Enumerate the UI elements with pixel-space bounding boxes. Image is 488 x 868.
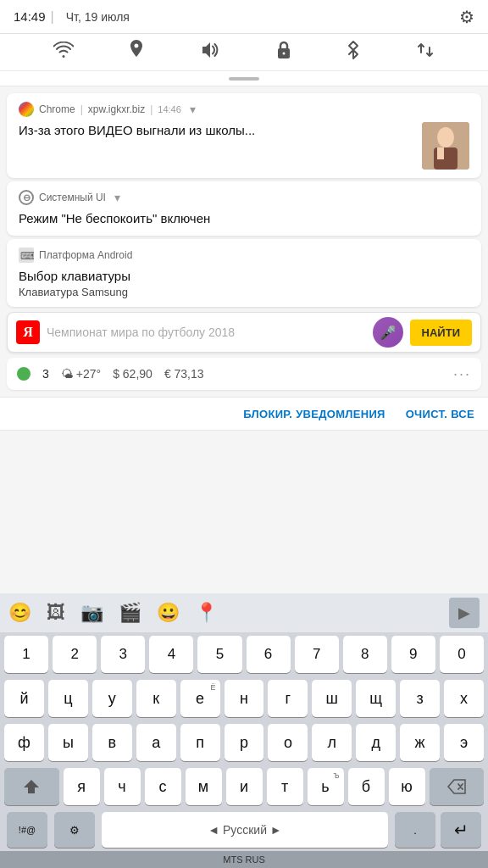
- key-й[interactable]: й: [4, 680, 44, 717]
- block-notifications-button[interactable]: БЛОКИР. УВЕДОМЛЕНИЯ: [243, 408, 385, 420]
- key-щ[interactable]: щ: [356, 680, 396, 717]
- key-0[interactable]: 0: [440, 636, 484, 673]
- clear-all-button[interactable]: ОЧИСТ. ВСЕ: [406, 408, 474, 420]
- key-д[interactable]: д: [356, 724, 396, 761]
- key-г[interactable]: г: [268, 680, 308, 717]
- keyboard-bottom-row: !#@ ⚙ ◄ Русский ► . ↵: [0, 809, 488, 851]
- emoji-toolbar-icon[interactable]: 😊: [8, 602, 31, 624]
- expand-icon[interactable]: ▾: [190, 103, 196, 116]
- key-ы[interactable]: ы: [48, 724, 88, 761]
- notification-android-platform[interactable]: ⌨ Платформа Android Выбор клавиатуры Кла…: [7, 239, 481, 308]
- wifi-icon[interactable]: [53, 42, 74, 63]
- key-н[interactable]: н: [225, 680, 264, 717]
- chrome-app-icon: [19, 102, 34, 117]
- drag-handle[interactable]: [0, 71, 488, 86]
- system-ui-icon: ⊖: [19, 190, 34, 205]
- key-ш[interactable]: ш: [312, 680, 352, 717]
- data-arrows-icon[interactable]: [416, 41, 435, 64]
- key-и[interactable]: и: [226, 768, 263, 805]
- expand-icon-system[interactable]: ▾: [114, 191, 120, 204]
- carrier-bar: MTS RUS: [0, 851, 488, 868]
- yandex-mic-button[interactable]: 🎤: [373, 317, 403, 348]
- yandex-search-bar[interactable]: Я Чемпионат мира по футболу 2018 🎤 НАЙТИ: [7, 312, 481, 353]
- key-е[interactable]: еЁ: [180, 680, 220, 717]
- notif-subtitle-android: Клавиатура Samsung: [19, 286, 469, 298]
- svg-rect-5: [437, 147, 444, 159]
- key-х[interactable]: х: [444, 680, 484, 717]
- key-5[interactable]: 5: [197, 636, 241, 673]
- key-п[interactable]: п: [180, 724, 220, 761]
- notification-chrome[interactable]: Chrome | xpw.igkxr.biz | 14:46 ▾ Из-за э…: [7, 93, 481, 178]
- yandex-search-placeholder[interactable]: Чемпионат мира по футболу 2018: [47, 326, 366, 339]
- widget-more-icon[interactable]: ···: [453, 365, 471, 383]
- gear-icon[interactable]: ⚙: [459, 7, 474, 27]
- key-я[interactable]: я: [64, 768, 100, 805]
- keyboard-send-button[interactable]: ▶: [449, 598, 480, 628]
- keyboard-toolbar-icons: 😊 🖼 📷 🎬 😀 📍: [8, 602, 218, 624]
- svg-text:⌨: ⌨: [20, 250, 34, 262]
- symbols-key[interactable]: !#@: [7, 812, 47, 848]
- lock-icon[interactable]: [276, 40, 291, 64]
- location-toolbar-icon[interactable]: 📍: [195, 602, 218, 624]
- space-key[interactable]: ◄ Русский ►: [102, 812, 388, 848]
- image-toolbar-icon[interactable]: 🖼: [47, 602, 65, 624]
- key-о[interactable]: о: [268, 724, 308, 761]
- camera-toolbar-icon[interactable]: 📷: [80, 602, 103, 624]
- android-icon: ⌨: [19, 248, 34, 263]
- key-3[interactable]: 3: [101, 636, 145, 673]
- enter-key[interactable]: ↵: [441, 812, 481, 848]
- key-2[interactable]: 2: [53, 636, 97, 673]
- key-б[interactable]: б: [348, 768, 385, 805]
- svg-point-3: [437, 127, 454, 147]
- key-с[interactable]: с: [145, 768, 181, 805]
- settings-key[interactable]: ⚙: [54, 812, 95, 848]
- key-м[interactable]: м: [186, 768, 222, 805]
- notification-area: Chrome | xpw.igkxr.biz | 14:46 ▾ Из-за э…: [0, 86, 488, 397]
- notif-url: xpw.igkxr.biz: [88, 103, 145, 115]
- key-ь[interactable]: ьЪ: [308, 768, 344, 805]
- key-ф[interactable]: ф: [4, 724, 44, 761]
- key-л[interactable]: л: [312, 724, 352, 761]
- keyboard-row-1: й ц у к еЁ н г ш щ з х: [0, 676, 488, 721]
- video-toolbar-icon[interactable]: 🎬: [119, 602, 141, 624]
- key-ц[interactable]: ц: [48, 680, 88, 717]
- backspace-key[interactable]: [430, 768, 485, 805]
- keyboard: 😊 🖼 📷 🎬 😀 📍 ▶ 1 2 3 4 5 6 7 8 9 0 й ц у …: [0, 593, 488, 868]
- key-у[interactable]: у: [92, 680, 132, 717]
- mic-icon: 🎤: [380, 325, 396, 341]
- sticker-toolbar-icon[interactable]: 😀: [157, 602, 180, 624]
- key-а[interactable]: а: [136, 724, 176, 761]
- notif-title-system: Режим "Не беспокоить" включен: [19, 210, 469, 227]
- yandex-search-button[interactable]: НАЙТИ: [410, 320, 472, 346]
- key-в[interactable]: в: [92, 724, 132, 761]
- keyboard-row-2: ф ы в а п р о л д ж э: [0, 721, 488, 765]
- notification-system-ui[interactable]: ⊖ Системный UI ▾ Режим "Не беспокоить" в…: [7, 181, 481, 236]
- key-1[interactable]: 1: [4, 636, 48, 673]
- key-т[interactable]: т: [267, 768, 303, 805]
- widget-weather: 🌤 +27°: [61, 367, 101, 381]
- keyboard-toolbar: 😊 🖼 📷 🎬 😀 📍 ▶: [0, 593, 488, 632]
- widget-row: 3 🌤 +27° $ 62,90 € 73,13 ···: [7, 358, 481, 390]
- key-6[interactable]: 6: [247, 636, 291, 673]
- notif-time: 14:46: [158, 104, 181, 114]
- yandex-logo: Я: [16, 320, 40, 344]
- notif-title-android: Выбор клавиатуры: [19, 268, 469, 285]
- key-ю[interactable]: ю: [389, 768, 425, 805]
- key-9[interactable]: 9: [391, 636, 435, 673]
- volume-icon[interactable]: [200, 41, 220, 64]
- status-bar: 14:49 | Чт, 19 июля ⚙: [0, 0, 488, 34]
- key-8[interactable]: 8: [343, 636, 387, 673]
- period-key[interactable]: .: [395, 812, 435, 848]
- key-ж[interactable]: ж: [400, 724, 440, 761]
- key-к[interactable]: к: [136, 680, 176, 717]
- key-э[interactable]: э: [444, 724, 484, 761]
- key-7[interactable]: 7: [295, 636, 339, 673]
- location-icon[interactable]: [129, 40, 144, 64]
- bluetooth-icon[interactable]: [347, 40, 360, 64]
- key-4[interactable]: 4: [149, 636, 193, 673]
- key-р[interactable]: р: [225, 724, 264, 761]
- shift-key[interactable]: [4, 768, 59, 805]
- key-з[interactable]: з: [400, 680, 440, 717]
- key-ч[interactable]: ч: [104, 768, 141, 805]
- notif-app-name-chrome: Chrome: [39, 103, 75, 115]
